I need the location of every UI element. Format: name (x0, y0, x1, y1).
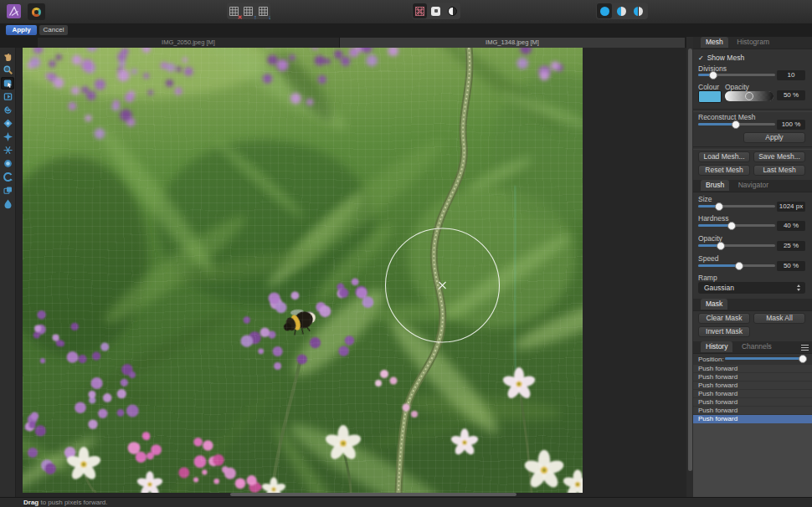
top-toolbar: ✕ ↑ ↓ (0, 0, 812, 24)
brush-panel-tabs: Brush Navigator (693, 180, 812, 192)
affinity-photo-logo (7, 4, 21, 22)
stepper-icon (796, 284, 802, 291)
reconstruct-value[interactable]: 100 % (777, 120, 805, 130)
show-mesh-toggle-icon[interactable] (413, 3, 427, 18)
check-icon (698, 54, 707, 62)
vertical-scrollbar[interactable] (686, 37, 693, 497)
brush-opacity-value[interactable]: 25 % (777, 241, 805, 251)
reset-mesh-button[interactable]: Reset Mesh (698, 165, 750, 176)
single-view-icon[interactable] (597, 3, 612, 18)
tab-histogram[interactable]: Histogram (732, 37, 774, 48)
mask-panel-tabs: Mask (693, 299, 812, 311)
show-mesh-checkbox[interactable]: Show Mesh (698, 54, 744, 62)
history-panel-tabs: History Channels (693, 341, 812, 354)
divisions-slider[interactable] (698, 71, 775, 79)
tab-mask[interactable]: Mask (701, 299, 727, 310)
canvas-photo[interactable] (23, 48, 583, 493)
reconstruct-slider[interactable] (698, 120, 775, 128)
pinch-tool[interactable] (1, 117, 14, 130)
zoom-tool[interactable] (1, 64, 14, 76)
load-mesh-button[interactable]: Load Mesh... (698, 151, 750, 162)
cancel-button[interactable]: Cancel (39, 25, 68, 35)
view-tool[interactable] (1, 50, 14, 63)
tab-brush[interactable]: Brush (701, 180, 729, 191)
view-toggle-group (412, 3, 460, 19)
ramp-label: Ramp (698, 274, 717, 282)
hardness-value[interactable]: 40 % (777, 221, 805, 231)
size-slider[interactable] (698, 202, 775, 210)
speed-slider[interactable] (698, 262, 775, 269)
twirl-tool[interactable] (1, 104, 14, 116)
history-entry[interactable]: Push forward (693, 373, 812, 382)
apply-button[interactable]: Apply (6, 25, 37, 35)
liquify-persona-icon[interactable] (28, 3, 45, 20)
tab-navigator[interactable]: Navigator (733, 180, 773, 191)
history-entry[interactable]: Push forward (693, 398, 812, 407)
ramp-select[interactable]: Gaussian (698, 282, 805, 294)
mesh-colour-swatch[interactable] (698, 90, 722, 103)
split-view-icon[interactable] (614, 3, 629, 18)
push-left-tool[interactable] (1, 90, 14, 103)
mesh-clone-tool[interactable] (1, 184, 14, 197)
clear-mesh-icon[interactable]: ✕ (228, 3, 240, 18)
liquify-mesh-grid (23, 48, 583, 493)
tab-history[interactable]: History (701, 341, 732, 352)
history-entry[interactable]: Push forward (693, 365, 812, 373)
size-value[interactable]: 1024 px (777, 202, 805, 212)
reconstruct-tool[interactable] (1, 197, 14, 210)
invert-mask-button[interactable]: Invert Mask (698, 326, 750, 337)
tool-strip (0, 48, 16, 497)
show-mask-toggle-icon[interactable] (429, 3, 443, 18)
save-mesh-button[interactable]: Save Mesh... (753, 151, 805, 162)
divisions-value[interactable]: 10 (777, 70, 805, 80)
clear-mask-button[interactable]: Clear Mask (698, 313, 750, 324)
status-action: Drag (23, 499, 39, 506)
mesh-opacity-gradient[interactable] (725, 91, 773, 101)
mirror-view-group (596, 3, 648, 19)
thaw-tool[interactable] (1, 171, 14, 183)
history-entry[interactable]: Push forward (693, 390, 812, 398)
save-mesh-icon[interactable]: ↓ (257, 3, 270, 18)
status-hint: to push pixels forward. (39, 499, 107, 506)
history-list: Push forward Push forward Push forward P… (693, 365, 812, 497)
opacity-label: Opacity (725, 83, 749, 91)
split-toggle-icon[interactable] (445, 3, 460, 18)
horizontal-scrollbar[interactable] (230, 493, 516, 496)
tab-mesh[interactable]: Mesh (701, 37, 728, 48)
apply-mesh-button[interactable]: Apply (743, 132, 805, 143)
push-forward-tool[interactable] (1, 77, 14, 90)
status-bar: Drag to push pixels forward. (0, 497, 812, 507)
hardness-slider[interactable] (698, 222, 775, 229)
action-bar: Apply Cancel (0, 23, 812, 38)
panel-menu-icon[interactable] (801, 345, 809, 351)
position-label: Position: (698, 356, 724, 363)
last-mesh-button[interactable]: Last Mesh (753, 165, 805, 176)
history-entry[interactable]: Push forward (693, 382, 812, 390)
brush-opacity-slider[interactable] (698, 242, 775, 249)
document-tab[interactable]: IMG_2050.jpeg [M] (38, 38, 340, 48)
photo-image (23, 48, 583, 493)
speed-value[interactable]: 50 % (777, 261, 805, 271)
freeze-tool[interactable] (1, 157, 14, 170)
mesh-panel-tabs: Mesh Histogram (693, 37, 812, 49)
mirror-view-icon[interactable] (630, 3, 645, 18)
document-tab-active[interactable]: IMG_1348.jpeg [M] (340, 38, 685, 48)
mask-all-button[interactable]: Mask All (753, 313, 805, 324)
history-entry-selected[interactable]: Push forward (693, 415, 812, 423)
punch-tool[interactable] (1, 131, 14, 143)
position-slider[interactable] (725, 355, 805, 362)
history-entry[interactable]: Push forward (693, 407, 812, 415)
load-mesh-icon[interactable]: ↑ (242, 3, 254, 18)
tab-channels[interactable]: Channels (737, 341, 777, 352)
right-panel: Mesh Histogram Show Mesh Divisions 10 Co… (693, 37, 812, 497)
app-window: ✕ ↑ ↓ (0, 0, 812, 507)
mesh-opacity-value[interactable]: 50 % (777, 90, 805, 100)
turbulence-tool[interactable] (1, 144, 14, 156)
mesh-button-group: ✕ ↑ ↓ (227, 3, 270, 19)
